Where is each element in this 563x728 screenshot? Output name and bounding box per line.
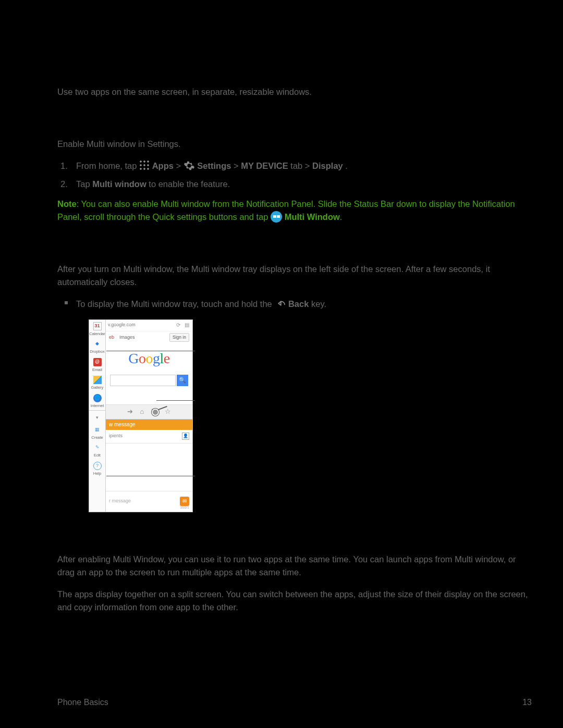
after-tray-paragraph: After you turn on Multi window, the Mult…: [57, 263, 532, 289]
phone-screenshot: 31 Calendar ◆ Dropbox @ Email Gallery: [89, 319, 193, 512]
tray-label: Gallery: [91, 385, 104, 390]
url-text: v.google.com: [108, 322, 174, 329]
section-title-multi-window: Multi Window: [57, 57, 532, 78]
step-text: From home, tap: [76, 161, 139, 170]
browser-toolbar: ➔ ⌂ ☰ ☆: [106, 404, 192, 419]
bullet-list: To display the Multi window tray, touch …: [57, 298, 532, 311]
apps-grid-icon: [139, 160, 150, 170]
note-prefix: Note: [57, 199, 77, 208]
tray-item-gallery[interactable]: Gallery: [89, 374, 105, 392]
note-body-2: .: [340, 212, 342, 221]
use-paragraph-1: After enabling Multi Window, you can use…: [57, 553, 532, 579]
chip-images[interactable]: Images: [119, 334, 135, 341]
tray-label: Create: [91, 435, 103, 440]
step-number: 2.: [60, 178, 68, 191]
back-key-icon: [274, 300, 286, 309]
window-controls-handle[interactable]: [152, 409, 159, 416]
tray-item-email[interactable]: @ Email: [89, 356, 105, 374]
recipients-row[interactable]: ipients 👤: [106, 430, 192, 443]
chip-web[interactable]: eb: [109, 334, 114, 341]
search-input[interactable]: [110, 375, 176, 386]
mydevice-label: MY DEVICE: [241, 161, 288, 170]
leader-line: [106, 476, 195, 476]
sep: >: [176, 161, 183, 170]
intro-paragraph: Use two apps on the same screen, in sepa…: [57, 85, 532, 99]
tray-item-internet[interactable]: 🌐 Internet: [89, 392, 105, 410]
tray-item-edit[interactable]: ✎ Edit: [89, 441, 105, 460]
home-icon[interactable]: ⌂: [140, 406, 144, 417]
settings-gear-icon: [183, 160, 195, 171]
bullet-post: key.: [311, 299, 326, 309]
step-2: 2. Tap Multi window to enable the featur…: [76, 178, 532, 191]
footer-page-number: 13: [522, 696, 532, 709]
tray-label: Dropbox: [90, 349, 104, 354]
search-row: 🔍: [110, 375, 188, 386]
footer-section-name: Phone Basics: [57, 696, 108, 709]
step-text: Tap: [76, 179, 92, 189]
callout-panel: Multi window panel: [201, 346, 267, 357]
use-paragraph-2: The apps display together on a split scr…: [57, 588, 532, 614]
tray-arrow[interactable]: ▾: [89, 411, 105, 424]
display-label: Display: [312, 161, 343, 170]
enable-paragraph: Enable Multi window in Settings.: [57, 138, 532, 151]
multi-window-toggle-icon: [271, 211, 282, 223]
top-window-browser: v.google.com ⟳ ▤ eb Images Sign in Googl…: [106, 320, 192, 419]
gallery-icon: [93, 376, 102, 384]
page: Multi Window Use two apps on the same sc…: [0, 0, 563, 728]
note-multiwindow-label: Multi Window: [285, 212, 340, 221]
sep: >: [234, 161, 241, 170]
apps-label: Apps: [152, 161, 174, 170]
bullet-item: To display the Multi window tray, touch …: [76, 298, 532, 311]
contact-icon[interactable]: 👤: [182, 433, 189, 440]
tab-word: tab >: [290, 161, 312, 170]
tabs-icon[interactable]: ▤: [183, 322, 190, 329]
section-title-turn-on-off: Turn Multi Window On or Off: [57, 113, 532, 130]
new-message-header: w message: [106, 419, 192, 430]
tray-label: Internet: [91, 403, 104, 408]
bullet-pre: To display the Multi window tray, touch …: [76, 299, 274, 309]
tray-item-create[interactable]: ▦ Create: [89, 424, 105, 442]
message-placeholder: r message: [109, 498, 180, 505]
leader-line: [106, 351, 195, 351]
settings-label: Settings: [197, 161, 231, 170]
tray-label: Help: [93, 471, 101, 476]
email-icon: @: [93, 358, 102, 366]
step-text-tail: to enable the feature.: [149, 179, 230, 189]
message-input-row[interactable]: r message ✉ 160/1: [106, 491, 192, 512]
help-icon: ?: [93, 462, 102, 470]
chevron-down-icon: ▾: [93, 414, 102, 422]
address-bar[interactable]: v.google.com ⟳ ▤: [106, 320, 192, 331]
create-icon: ▦: [93, 426, 102, 434]
tray-item-help[interactable]: ? Help: [89, 460, 105, 478]
forward-icon[interactable]: ➔: [127, 406, 133, 417]
star-icon[interactable]: ☆: [165, 406, 171, 417]
step-1: 1. From home, tap Apps > Settings > MY D…: [76, 159, 532, 173]
char-counter: 160/1: [180, 505, 189, 511]
steps-list: 1. From home, tap Apps > Settings > MY D…: [57, 159, 532, 191]
callout-panel-controls: Panel controls: [201, 471, 250, 483]
section-title-use: Use Multi Window: [57, 528, 532, 546]
leader-line: [156, 400, 195, 401]
tray-label: Calendar: [89, 331, 105, 336]
page-footer: Phone Basics 13: [57, 696, 532, 709]
globe-icon: 🌐: [93, 394, 102, 402]
bullet-square-icon: [65, 301, 68, 304]
pencil-icon: ✎: [93, 443, 102, 452]
step-number: 1.: [60, 159, 68, 173]
multiwindow-label: Multi window: [92, 179, 146, 189]
search-button[interactable]: 🔍: [177, 375, 188, 386]
multiwindow-figure: 31 Calendar ◆ Dropbox @ Email Gallery: [89, 319, 308, 512]
section-title-display-tray: Display the Multi Window Tray: [57, 238, 532, 255]
tray-item-calendar[interactable]: 31 Calendar: [89, 320, 105, 338]
multiwindow-tray: 31 Calendar ◆ Dropbox @ Email Gallery: [89, 320, 106, 512]
nav-chips: eb Images Sign in: [106, 331, 192, 344]
bottom-window-messages: w message ipients 👤 r message ✉ 160/1: [106, 419, 192, 512]
sign-in-button[interactable]: Sign in: [169, 333, 189, 342]
tray-label: Email: [92, 367, 102, 372]
tray-item-dropbox[interactable]: ◆ Dropbox: [89, 338, 105, 356]
calendar-icon: 31: [93, 322, 102, 330]
period: .: [345, 161, 348, 170]
reload-icon[interactable]: ⟳: [175, 322, 182, 329]
dropbox-icon: ◆: [93, 340, 102, 348]
back-label: Back: [288, 299, 309, 309]
